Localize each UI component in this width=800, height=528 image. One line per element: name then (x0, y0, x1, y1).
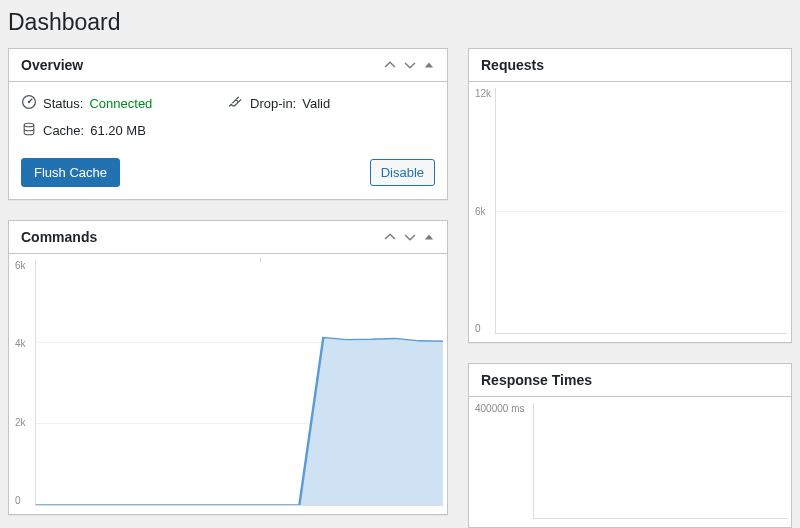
response-times-yticks: 400000 ms (475, 403, 524, 519)
commands-header: Commands (9, 221, 447, 254)
response-times-title: Response Times (481, 372, 592, 388)
database-icon (21, 121, 37, 140)
status-value: Connected (89, 96, 152, 111)
collapse-icon[interactable] (423, 231, 435, 243)
ytick: 0 (475, 323, 491, 334)
svg-point-2 (24, 123, 34, 127)
commands-chart-area (35, 260, 443, 506)
ytick: 400000 ms (475, 403, 524, 414)
page-title: Dashboard (0, 0, 800, 40)
cache-row: Cache: 61.20 MB (21, 121, 228, 140)
requests-header: Requests (469, 49, 791, 82)
ytick: 2k (15, 417, 26, 428)
disable-button[interactable]: Disable (370, 159, 435, 186)
response-times-chart-area (533, 403, 787, 519)
ytick: 12k (475, 88, 491, 99)
response-times-chart: 400000 ms (469, 397, 791, 527)
flush-cache-button[interactable]: Flush Cache (21, 158, 120, 187)
chevron-down-icon[interactable] (403, 58, 417, 72)
requests-chart: 12k 6k 0 (469, 82, 791, 342)
plug-icon (228, 94, 244, 113)
gauge-icon (21, 94, 37, 113)
requests-panel: Requests 12k 6k 0 (468, 48, 792, 343)
collapse-icon[interactable] (423, 59, 435, 71)
cache-value: 61.20 MB (90, 123, 146, 138)
dropin-row: Drop-in: Valid (228, 94, 435, 113)
chevron-up-icon[interactable] (383, 230, 397, 244)
dropin-value: Valid (302, 96, 330, 111)
cache-label: Cache: (43, 123, 84, 138)
ytick: 4k (15, 338, 26, 349)
status-row: Status: Connected (21, 94, 228, 113)
chevron-up-icon[interactable] (383, 58, 397, 72)
response-times-header: Response Times (469, 364, 791, 397)
response-times-panel: Response Times 400000 ms (468, 363, 792, 528)
commands-series (36, 260, 443, 505)
overview-panel: Overview (8, 48, 448, 200)
commands-title: Commands (21, 229, 97, 245)
commands-chart: 6k 4k 2k 0 (9, 254, 447, 514)
ytick: 6k (475, 206, 491, 217)
requests-chart-area (495, 88, 787, 334)
requests-yticks: 12k 6k 0 (475, 88, 491, 334)
ytick: 0 (15, 495, 26, 506)
requests-title: Requests (481, 57, 544, 73)
status-label: Status: (43, 96, 83, 111)
commands-panel: Commands 6k 4k 2k (8, 220, 448, 515)
commands-yticks: 6k 4k 2k 0 (15, 260, 26, 506)
svg-point-1 (28, 101, 30, 103)
ytick: 6k (15, 260, 26, 271)
dropin-label: Drop-in: (250, 96, 296, 111)
overview-title: Overview (21, 57, 83, 73)
overview-header: Overview (9, 49, 447, 82)
chevron-down-icon[interactable] (403, 230, 417, 244)
